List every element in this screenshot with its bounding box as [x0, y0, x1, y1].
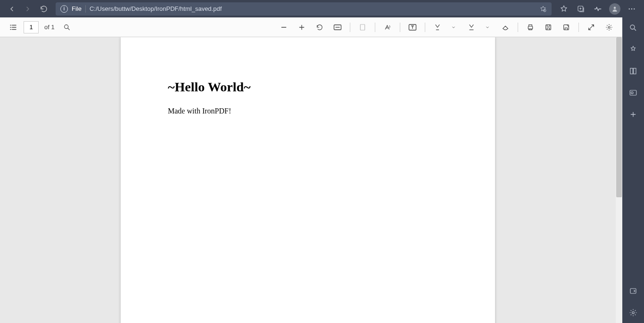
document-heading: ~Hello World~: [168, 80, 448, 95]
toolbar-separator: [425, 23, 425, 32]
draw-dropdown[interactable]: [446, 20, 461, 35]
svg-rect-15: [630, 68, 633, 74]
address-bar[interactable]: i File C:/Users/buttw/Desktop/IronPDF/ht…: [56, 2, 552, 16]
scrollbar-thumb[interactable]: [616, 37, 622, 197]
print-button[interactable]: [523, 20, 538, 35]
document-scroll-area[interactable]: ~Hello World~ Made with IronPDF!: [0, 37, 616, 323]
health-icon[interactable]: [589, 2, 606, 16]
svg-point-18: [631, 92, 634, 94]
highlight-dropdown[interactable]: [480, 20, 495, 35]
fit-page-button[interactable]: [330, 20, 345, 35]
fullscreen-button[interactable]: [584, 20, 599, 35]
pdf-toolbar: of 1: [0, 17, 622, 37]
svg-point-6: [64, 24, 68, 28]
pdf-page: ~Hello World~ Made with IronPDF!: [121, 37, 495, 323]
vertical-scrollbar[interactable]: [616, 37, 622, 323]
forward-button: [20, 2, 36, 16]
sidebar-settings-icon[interactable]: [627, 307, 639, 318]
svg-rect-16: [634, 68, 636, 74]
address-separator: [85, 5, 86, 13]
add-text-button[interactable]: [405, 20, 420, 35]
svg-point-2: [614, 7, 616, 9]
browser-top-bar: i File C:/Users/buttw/Desktop/IronPDF/ht…: [0, 0, 644, 17]
toolbar-separator: [578, 23, 579, 32]
svg-rect-10: [528, 26, 532, 29]
document-body-text: Made with IronPDF!: [168, 107, 448, 115]
svg-point-4: [631, 8, 632, 9]
svg-point-20: [632, 312, 635, 314]
sidebar-collapse-icon[interactable]: [627, 285, 639, 297]
sidebar-add-icon[interactable]: [627, 109, 639, 120]
url-text: C:/Users/buttw/Desktop/IronPDF/html_save…: [90, 5, 536, 12]
svg-rect-8: [360, 24, 364, 30]
page-count-label: of 1: [44, 24, 55, 31]
sidebar-tools-icon[interactable]: [627, 65, 639, 77]
draw-button[interactable]: [430, 20, 445, 35]
zoom-out-button[interactable]: [276, 20, 291, 35]
save-button[interactable]: [541, 20, 556, 35]
settings-button[interactable]: [602, 20, 617, 35]
profile-button[interactable]: [606, 2, 623, 16]
toolbar-separator: [518, 23, 518, 32]
toolbar-separator: [350, 23, 350, 32]
main-row: of 1: [0, 17, 644, 323]
sidebar-search-icon[interactable]: [627, 22, 639, 33]
back-button[interactable]: [4, 2, 20, 16]
sidebar-outlook-icon[interactable]: [627, 87, 639, 98]
toolbar-separator: [375, 23, 375, 32]
reading-mode-icon[interactable]: [539, 5, 547, 13]
svg-point-14: [630, 25, 635, 29]
highlight-button[interactable]: [464, 20, 479, 35]
pdf-viewport: of 1: [0, 17, 622, 323]
erase-button[interactable]: [498, 20, 513, 35]
toolbar-separator: [400, 23, 400, 32]
save-as-button[interactable]: [559, 20, 574, 35]
svg-point-13: [608, 26, 610, 28]
rotate-button[interactable]: [312, 20, 327, 35]
svg-point-5: [634, 8, 635, 9]
read-aloud-button[interactable]: [380, 20, 395, 35]
contents-toggle-button[interactable]: [6, 20, 21, 35]
svg-point-3: [629, 8, 630, 9]
info-icon: i: [60, 5, 68, 13]
page-number-input[interactable]: [24, 21, 39, 33]
svg-rect-11: [546, 24, 551, 30]
collections-button[interactable]: [572, 2, 589, 16]
reload-button[interactable]: [36, 2, 52, 16]
favorites-button[interactable]: [555, 2, 572, 16]
find-button[interactable]: [59, 20, 74, 35]
more-menu-button[interactable]: [623, 2, 640, 16]
url-scheme-label: File: [72, 5, 82, 12]
browser-sidebar: [622, 17, 644, 323]
zoom-in-button[interactable]: [294, 20, 309, 35]
sidebar-discover-icon[interactable]: [627, 44, 639, 55]
page-view-button: [355, 20, 370, 35]
